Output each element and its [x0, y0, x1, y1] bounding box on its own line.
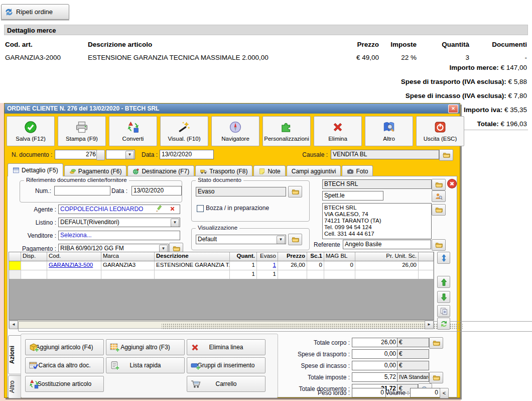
move-row-up-button[interactable]: [437, 276, 450, 288]
visualizzazione-lookup-button[interactable]: [288, 234, 302, 245]
listino-select[interactable]: DEFAULT(Rivenditori)▼: [58, 218, 180, 227]
tab-destinazione[interactable]: Destinazione (F7): [127, 165, 194, 176]
chevron-down-icon[interactable]: ▼: [125, 151, 134, 159]
indirizzo-lookup-button[interactable]: [432, 204, 446, 216]
bozza-checkbox[interactable]: [197, 205, 204, 212]
grid-col-sc1[interactable]: Sc.1: [307, 252, 324, 261]
visualizzazione-fieldset: Visualizzazione Default▼: [191, 228, 310, 250]
rif-data-input[interactable]: 13/02/2020: [131, 186, 182, 195]
cliente-input[interactable]: BTECH SRL: [322, 179, 432, 189]
scroll-right-icon[interactable]: ►: [425, 321, 434, 329]
grid-totals-row: 1 1: [9, 270, 434, 279]
green-down-arrow-icon: [440, 293, 448, 302]
grid-col-marca[interactable]: Marca: [101, 252, 155, 261]
totale-corpo-lookup-button[interactable]: [429, 337, 443, 349]
venditore-input[interactable]: Seleziona...: [58, 231, 180, 240]
grid-col-prezzo[interactable]: Prezzo: [278, 252, 307, 261]
remove-cliente-x-circle-icon[interactable]: [447, 178, 457, 189]
duplicate-row-button[interactable]: [437, 305, 450, 317]
volume-input[interactable]: 0: [410, 388, 440, 397]
grid-col-descrizione[interactable]: Descrizione: [155, 252, 230, 261]
spese-incasso-input[interactable]: 0,00: [352, 361, 398, 370]
referente-input[interactable]: Angelo Basile: [343, 240, 431, 249]
customizations-button[interactable]: Personalizzazioni: [262, 116, 311, 146]
row-selector-cell[interactable]: [9, 261, 21, 270]
tab-foto[interactable]: Foto: [342, 165, 373, 176]
n-documento-aux-button[interactable]: [96, 150, 105, 160]
tab-altro[interactable]: Altro: [8, 375, 21, 398]
spese-trasporto-input[interactable]: 0,00: [352, 349, 398, 359]
folder-icon: [291, 188, 300, 195]
stato-lookup-button[interactable]: [288, 186, 302, 197]
peso-lordo-input[interactable]: 0: [352, 388, 386, 397]
grid-col-pr-unit[interactable]: Pr. Unit. Sc.: [355, 252, 419, 261]
stato-fieldset: Stato documento Evaso Bozza / in prepara…: [191, 180, 310, 222]
swap-arrows-icon: [440, 320, 448, 328]
exit-button[interactable]: Uscita (ESC): [416, 116, 464, 146]
cell-evaso-link[interactable]: 1: [257, 261, 278, 270]
grid-row-1[interactable]: GARANZIA3-500 GARANZIA3 ESTENSIONE GARAN…: [9, 261, 434, 270]
repeat-order-tab[interactable]: Ripeti ordine: [1, 4, 69, 20]
scroll-left-icon[interactable]: ◄: [9, 321, 18, 329]
spettle-input[interactable]: Spett.le: [322, 191, 383, 201]
n-documento-suffix-select[interactable]: ▼: [106, 150, 135, 159]
tab-azioni[interactable]: Azioni: [8, 335, 21, 374]
navigator-button[interactable]: Navigatore: [211, 116, 259, 146]
print-button[interactable]: Stampa (F9): [58, 116, 106, 146]
tab-trasporto[interactable]: Trasporto (F8): [195, 165, 252, 176]
num-input[interactable]: [54, 186, 110, 195]
add-article-button[interactable]: Aggiungi articolo (F4): [25, 339, 104, 355]
grid-col-mag[interactable]: MAG BL: [324, 252, 355, 261]
replace-article-button[interactable]: Sostituzione articolo: [25, 376, 104, 392]
causale-lookup-button[interactable]: [439, 149, 453, 161]
causale-input[interactable]: VENDITA BL: [331, 150, 439, 159]
totale-corpo-input[interactable]: 26,00: [352, 338, 398, 347]
totale-imposte-label: Totale imposte :: [238, 374, 350, 381]
grid-empty-area: [9, 279, 434, 320]
cliente-lookup-button[interactable]: [432, 179, 446, 190]
move-row-updown-button[interactable]: [437, 252, 450, 264]
data-label: Data :: [142, 151, 158, 158]
indirizzo-box[interactable]: BTECH SRL VIA GALESO, 74 74121 TARANTO (…: [322, 203, 432, 239]
grid-col-cod[interactable]: Cod.: [47, 252, 101, 261]
tab-pagamento[interactable]: Pagamento (F6): [64, 165, 127, 176]
chevron-down-icon[interactable]: ▼: [171, 219, 179, 227]
close-icon[interactable]: ✕: [448, 105, 458, 113]
move-row-down-button[interactable]: [437, 291, 450, 303]
save-button[interactable]: Salva (F12): [7, 116, 55, 146]
imposte-lookup-button[interactable]: [429, 372, 443, 383]
col-imposte: Imposte: [379, 38, 417, 51]
quick-list-button[interactable]: Lista rapida: [106, 357, 185, 373]
visualizzazione-select[interactable]: Default▼: [196, 235, 286, 244]
tab-note[interactable]: Note: [253, 165, 285, 176]
collapse-totals-button[interactable]: <: [440, 388, 449, 398]
grid-hscrollbar[interactable]: ◄ ►: [9, 320, 434, 329]
delete-button[interactable]: Elimina: [314, 116, 362, 146]
grid-col-disp[interactable]: Disp.: [21, 252, 47, 261]
grid-col-quant[interactable]: Quant.: [230, 252, 257, 261]
clear-agente-x-icon[interactable]: [169, 206, 176, 212]
add-other-button[interactable]: Aggiungi altro (F3): [106, 339, 185, 355]
folder-icon: [435, 206, 443, 214]
n-documento-input[interactable]: 276: [55, 150, 98, 159]
refresh-rows-button[interactable]: [437, 318, 450, 330]
cliente-search-button[interactable]: [432, 190, 446, 202]
referente-lookup-button[interactable]: [432, 239, 446, 251]
visualize-button[interactable]: Visual. (F10): [160, 116, 208, 146]
green-up-arrow-icon: [440, 278, 448, 286]
pencil-icon[interactable]: [155, 205, 163, 213]
grid-col-evaso[interactable]: Evaso: [257, 252, 278, 261]
tab-dettaglio[interactable]: Dettaglio (F5): [8, 163, 63, 176]
box-add-icon: [29, 342, 39, 353]
data-input[interactable]: 13/02/2020: [160, 150, 214, 159]
other-button[interactable]: Altro: [365, 116, 413, 146]
totale-imposte-input[interactable]: 5,72: [352, 372, 398, 382]
dialog-titlebar[interactable]: ORDINE CLIENTE N. 276 del 13/02/2020 - B…: [5, 104, 460, 114]
scrollbar-thumb[interactable]: [18, 321, 532, 332]
chevron-down-icon[interactable]: ▼: [277, 236, 285, 244]
tab-campi-aggiuntivi[interactable]: Campi aggiuntivi: [287, 165, 341, 176]
cell-cod-link[interactable]: GARANZIA3-500: [47, 261, 101, 270]
convert-button[interactable]: Converti: [109, 116, 157, 146]
load-from-doc-button[interactable]: Carica da altro doc.: [25, 357, 104, 373]
col-cod-art: Cod. art.: [5, 38, 88, 51]
